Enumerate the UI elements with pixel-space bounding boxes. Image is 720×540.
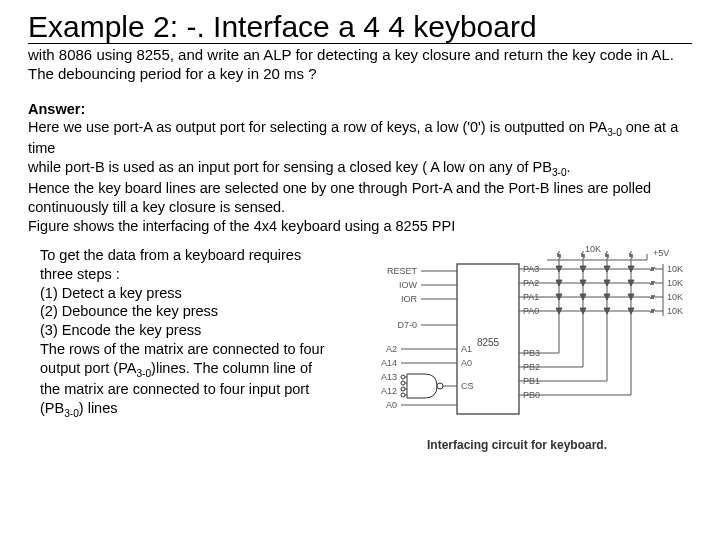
chip-label: 8255: [477, 337, 500, 348]
circuit-diagram: 8255 RESET IOW IOR D7-0 A2 A14 A13 A12 A…: [347, 246, 687, 436]
answer-p2-sub: 3-0: [552, 167, 567, 178]
top-resistors: +5V 10K: [547, 246, 669, 260]
svg-text:A14: A14: [381, 358, 397, 368]
answer-p3: Hence the key board lines are selected o…: [28, 180, 651, 215]
step-rows-sub2: 3-0: [64, 408, 79, 419]
svg-text:A2: A2: [386, 344, 397, 354]
answer-p2a: while port-B is used as an input port fo…: [28, 159, 552, 175]
svg-text:CS: CS: [461, 381, 474, 391]
figure-caption: Interfacing circuit for keyboard.: [427, 438, 607, 452]
svg-text:10K: 10K: [667, 306, 683, 316]
answer-block: Answer: Here we use port-A as output por…: [28, 100, 692, 236]
svg-text:10K: 10K: [667, 292, 683, 302]
svg-text:10K: 10K: [667, 278, 683, 288]
right-resistors: 10K 10K 10K 10K: [647, 264, 683, 316]
step-2: (2) Debounce the key press: [40, 303, 218, 319]
svg-text:A12: A12: [381, 386, 397, 396]
svg-text:10K: 10K: [585, 246, 601, 254]
svg-point-27: [401, 387, 405, 391]
key-matrix: [556, 266, 634, 314]
slide-subtitle: with 8086 using 8255, and write an ALP f…: [28, 46, 692, 84]
svg-text:+5V: +5V: [653, 248, 669, 258]
answer-p4: Figure shows the interfacing of the 4x4 …: [28, 218, 455, 234]
svg-point-18: [437, 383, 443, 389]
answer-p1a: Here we use port-A as output port for se…: [28, 119, 607, 135]
svg-text:A13: A13: [381, 372, 397, 382]
svg-text:D7-0: D7-0: [397, 320, 417, 330]
svg-point-28: [401, 393, 405, 397]
step-intro: To get the data from a keyboard requires…: [40, 247, 301, 282]
svg-text:10K: 10K: [667, 264, 683, 274]
svg-text:RESET: RESET: [387, 266, 418, 276]
svg-text:IOR: IOR: [401, 294, 418, 304]
svg-text:IOW: IOW: [399, 280, 418, 290]
step-1: (1) Detect a key press: [40, 285, 182, 301]
answer-p2b: .: [567, 159, 571, 175]
slide-title: Example 2: -. Interface a 4 4 keyboard: [28, 10, 692, 44]
svg-point-26: [401, 381, 405, 385]
svg-text:A0: A0: [386, 400, 397, 410]
svg-point-25: [401, 375, 405, 379]
answer-p1-sub: 3-0: [607, 127, 622, 138]
step-rows-sub: 3-0: [136, 368, 151, 379]
steps-block: To get the data from a keyboard requires…: [28, 246, 332, 452]
svg-text:A1: A1: [461, 344, 472, 354]
step-3: (3) Encode the key press: [40, 322, 201, 338]
svg-text:A0: A0: [461, 358, 472, 368]
answer-label: Answer:: [28, 101, 85, 117]
step-rows-c: ) lines: [79, 400, 118, 416]
